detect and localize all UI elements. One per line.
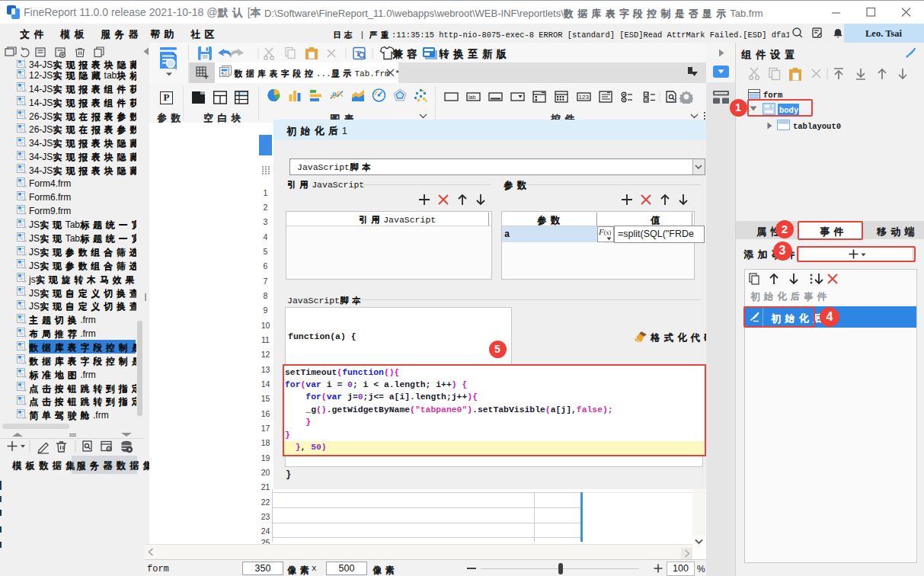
svg-text:lab: lab [468, 94, 475, 100]
svg-text:123: 123 [579, 94, 590, 101]
